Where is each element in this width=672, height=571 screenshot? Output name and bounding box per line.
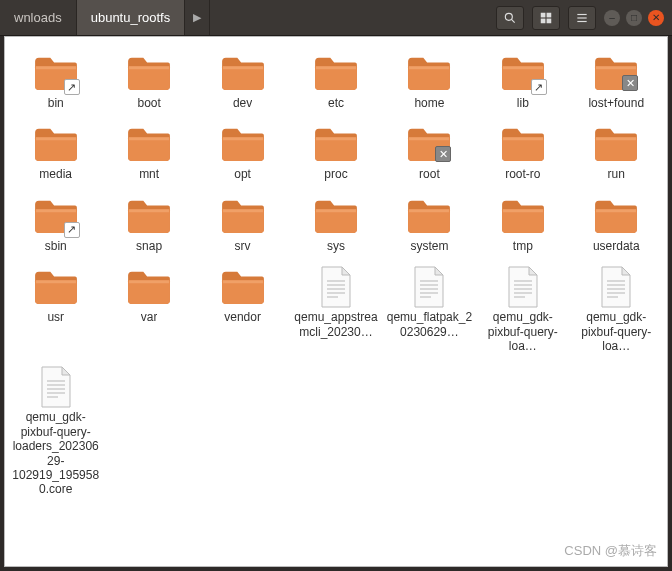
view-toggle-button[interactable]	[532, 6, 560, 30]
folder-icon: ↗	[32, 196, 80, 236]
item-label: run	[608, 167, 625, 181]
item-label: mnt	[139, 167, 159, 181]
folder-item[interactable]: media	[9, 120, 102, 185]
maximize-icon: □	[631, 13, 637, 23]
folder-item[interactable]: userdata	[570, 192, 663, 257]
item-label: srv	[235, 239, 251, 253]
item-label: opt	[234, 167, 251, 181]
item-label: bin	[48, 96, 64, 110]
item-label: home	[414, 96, 444, 110]
folder-item[interactable]: ↗sbin	[9, 192, 102, 257]
folder-item[interactable]: ↗lib	[476, 49, 569, 114]
folder-item[interactable]: boot	[102, 49, 195, 114]
folder-item[interactable]: run	[570, 120, 663, 185]
folder-icon	[499, 124, 547, 164]
folder-icon: ↗	[499, 53, 547, 93]
folder-item[interactable]: srv	[196, 192, 289, 257]
minimize-icon: –	[609, 13, 615, 23]
svg-rect-2	[541, 12, 546, 17]
folder-item[interactable]: ✕root	[383, 120, 476, 185]
chevron-right-icon: ▶	[193, 11, 201, 24]
folder-icon	[125, 267, 173, 307]
svg-rect-3	[547, 12, 552, 17]
item-label: var	[141, 310, 158, 324]
item-label: root-ro	[505, 167, 540, 181]
breadcrumb-prev[interactable]: wnloads	[0, 0, 77, 35]
folder-icon	[592, 196, 640, 236]
file-item[interactable]: qemu_appstreamcli_20230…	[289, 263, 382, 357]
text-file-icon	[592, 267, 640, 307]
folder-item[interactable]: etc	[289, 49, 382, 114]
text-file-icon	[312, 267, 360, 307]
search-button[interactable]	[496, 6, 524, 30]
folder-icon	[219, 196, 267, 236]
file-item[interactable]: qemu_gdk-pixbuf-query-loa…	[570, 263, 663, 357]
menu-button[interactable]	[568, 6, 596, 30]
item-label: usr	[47, 310, 64, 324]
locked-emblem-icon: ✕	[622, 75, 638, 91]
item-label: lib	[517, 96, 529, 110]
folder-item[interactable]: proc	[289, 120, 382, 185]
folder-icon	[405, 196, 453, 236]
item-label: qemu_gdk-pixbuf-query-loaders_20230629-1…	[12, 410, 100, 496]
symlink-emblem-icon: ↗	[64, 79, 80, 95]
item-label: vendor	[224, 310, 261, 324]
item-label: userdata	[593, 239, 640, 253]
minimize-button[interactable]: –	[604, 10, 620, 26]
folder-item[interactable]: snap	[102, 192, 195, 257]
folder-item[interactable]: mnt	[102, 120, 195, 185]
folder-item[interactable]: opt	[196, 120, 289, 185]
item-label: media	[39, 167, 72, 181]
folder-item[interactable]: tmp	[476, 192, 569, 257]
item-label: system	[410, 239, 448, 253]
folder-item[interactable]: sys	[289, 192, 382, 257]
item-label: lost+found	[588, 96, 644, 110]
folder-item[interactable]: home	[383, 49, 476, 114]
folder-icon	[125, 196, 173, 236]
folder-icon	[312, 196, 360, 236]
item-label: dev	[233, 96, 252, 110]
file-item[interactable]: qemu_flatpak_20230629…	[383, 263, 476, 357]
folder-icon	[219, 53, 267, 93]
symlink-emblem-icon: ↗	[531, 79, 547, 95]
folder-icon	[219, 124, 267, 164]
text-file-icon	[499, 267, 547, 307]
folder-item[interactable]: usr	[9, 263, 102, 357]
breadcrumb-forward[interactable]: ▶	[185, 0, 210, 35]
breadcrumb-current-label: ubuntu_rootfs	[91, 10, 171, 25]
file-grid: ↗binbootdevetchome↗lib✕lost+foundmediamn…	[9, 49, 663, 501]
folder-icon	[592, 124, 640, 164]
svg-line-1	[511, 19, 514, 22]
folder-item[interactable]: vendor	[196, 263, 289, 357]
item-label: sys	[327, 239, 345, 253]
close-button[interactable]: ✕	[648, 10, 664, 26]
folder-icon	[32, 267, 80, 307]
item-label: qemu_flatpak_20230629…	[385, 310, 473, 339]
window-controls: – □ ✕	[604, 10, 672, 26]
folder-item[interactable]: root-ro	[476, 120, 569, 185]
item-label: qemu_gdk-pixbuf-query-loa…	[479, 310, 567, 353]
breadcrumb: wnloads ubuntu_rootfs ▶	[0, 0, 488, 35]
folder-item[interactable]: system	[383, 192, 476, 257]
folder-icon	[499, 196, 547, 236]
svg-point-0	[505, 13, 512, 20]
file-item[interactable]: qemu_gdk-pixbuf-query-loa…	[476, 263, 569, 357]
svg-rect-4	[541, 18, 546, 23]
search-icon	[503, 11, 517, 25]
breadcrumb-current[interactable]: ubuntu_rootfs	[77, 0, 186, 35]
text-file-icon	[32, 367, 80, 407]
grid-view-icon	[539, 11, 553, 25]
folder-icon	[125, 53, 173, 93]
item-label: tmp	[513, 239, 533, 253]
folder-item[interactable]: var	[102, 263, 195, 357]
maximize-button[interactable]: □	[626, 10, 642, 26]
hamburger-icon	[575, 11, 589, 25]
breadcrumb-prev-label: wnloads	[14, 10, 62, 25]
folder-item[interactable]: ↗bin	[9, 49, 102, 114]
folder-icon: ✕	[405, 124, 453, 164]
item-label: proc	[324, 167, 347, 181]
folder-item[interactable]: ✕lost+found	[570, 49, 663, 114]
folder-icon	[405, 53, 453, 93]
file-item[interactable]: qemu_gdk-pixbuf-query-loaders_20230629-1…	[9, 363, 102, 500]
folder-item[interactable]: dev	[196, 49, 289, 114]
